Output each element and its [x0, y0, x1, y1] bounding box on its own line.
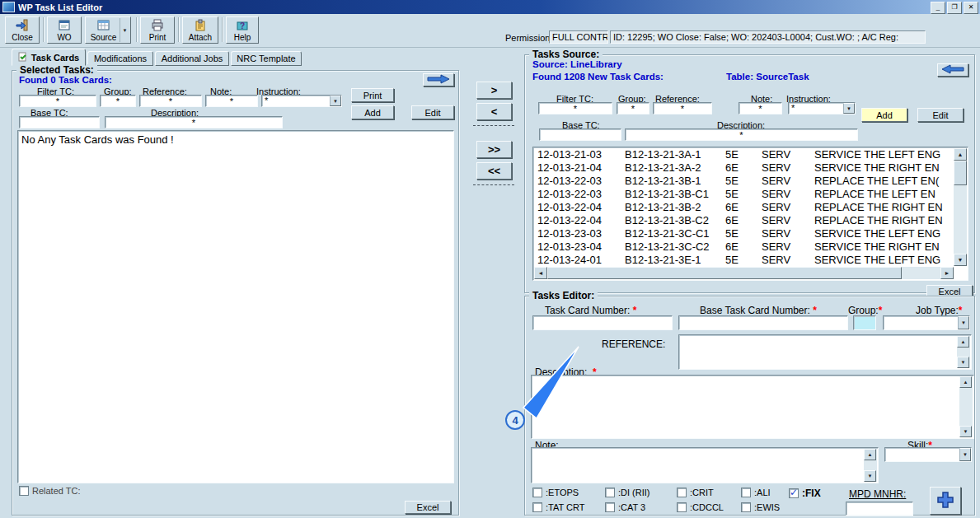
note-filter-input[interactable] [739, 102, 782, 114]
selected-found-count: Found 0 Task Cards: [19, 75, 112, 85]
scroll-up-icon[interactable]: ▲ [959, 376, 972, 388]
scroll-right-icon[interactable]: ► [940, 267, 954, 279]
ewis-checkbox[interactable] [741, 502, 751, 512]
move-all-right-button[interactable]: >> [476, 141, 512, 158]
scrollbar-thumb[interactable] [547, 267, 902, 279]
toolbar-separator [222, 17, 223, 42]
job-type-combo[interactable]: ▼ [883, 315, 970, 330]
source-task-row[interactable]: 12-013-22-04B12-13-21-3B-C26ESERVREPLACE… [534, 214, 950, 227]
scroll-down-icon[interactable]: ▼ [959, 426, 972, 437]
titlebar: WP Task List Editor _ ❐ ✕ [0, 0, 980, 14]
dropdown-arrow-icon[interactable]: ▼ [959, 448, 971, 461]
close-window-button[interactable]: ✕ [964, 2, 978, 14]
add-plus-button[interactable] [930, 487, 961, 515]
scrollbar[interactable]: ▲ ▼ [959, 376, 973, 437]
group-filter-input[interactable] [617, 102, 649, 114]
tab-additional-jobs[interactable]: Additional Jobs [155, 51, 229, 66]
filter-tc-input[interactable] [19, 95, 96, 107]
tab-modifications[interactable]: Modifications [87, 51, 153, 66]
scroll-down-icon[interactable]: ▼ [954, 254, 967, 266]
scroll-down-icon[interactable]: ▼ [957, 357, 969, 368]
source-task-row[interactable]: 12-013-23-04B12-13-21-3C-C26ESERVSERVICE… [534, 240, 950, 254]
tat-crt-checkbox[interactable] [532, 502, 542, 512]
edit-source-task-button[interactable]: Edit [917, 108, 964, 122]
group-input[interactable] [853, 315, 876, 330]
toolbar-print-button[interactable]: Print [140, 16, 175, 44]
source-task-row[interactable]: 12-013-22-04B12-13-21-3B-26ESERVREPLACE … [534, 201, 950, 214]
scrollbar[interactable]: ▲ ▼ [957, 336, 970, 368]
reference-filter-input[interactable] [653, 102, 712, 114]
base-tc-input[interactable] [539, 128, 621, 141]
tasks-source-panel: Tasks Source: Source: LineLibrary Found … [524, 54, 975, 293]
base-task-card-number-input[interactable] [678, 315, 848, 330]
add-task-button[interactable]: Add [351, 105, 394, 119]
scroll-up-icon[interactable]: ▲ [957, 336, 969, 348]
crit-checkbox-wrap: :CRIT [677, 488, 714, 497]
restore-button[interactable]: ❐ [947, 2, 962, 14]
crit-checkbox[interactable] [677, 488, 687, 497]
source-task-row[interactable]: 12-013-22-03B12-13-21-3B-15ESERVREPLACE … [534, 175, 950, 188]
toolbar-close-button[interactable]: Close [5, 16, 40, 44]
print-tasks-button[interactable]: Print [351, 88, 394, 102]
description-textarea[interactable]: ▲ ▼ [531, 375, 974, 439]
move-all-left-button[interactable]: << [476, 162, 512, 180]
reference-filter-input[interactable] [139, 95, 202, 107]
source-tasks-list[interactable]: 12-013-21-03B12-13-21-3A-15ESERVSERVICE … [532, 147, 968, 281]
reference-textarea[interactable]: ▲ ▼ [678, 334, 972, 370]
dropdown-arrow-icon[interactable]: ▼ [958, 316, 969, 329]
source-task-row[interactable]: 12-013-22-03B12-13-21-3B-C15ESERVREPLACE… [534, 188, 950, 201]
scrollbar[interactable]: ▲ ▼ [864, 449, 877, 482]
instruction-filter-combo[interactable]: * ▼ [261, 95, 342, 107]
scroll-down-icon[interactable]: ▼ [864, 470, 876, 482]
horizontal-scrollbar[interactable]: ◄ ► [534, 267, 954, 279]
cdccl-checkbox[interactable] [677, 502, 687, 512]
note-filter-input[interactable] [205, 95, 258, 107]
source-task-row[interactable]: 12-013-21-04B12-13-21-3A-26ESERVSERVICE … [534, 161, 950, 175]
edit-task-button[interactable]: Edit [411, 105, 454, 119]
description-filter-input[interactable] [105, 116, 283, 128]
source-task-row[interactable]: 12-013-24-01B12-13-21-3E-15ESERVSERVICE … [534, 254, 950, 267]
di-rii-checkbox[interactable] [605, 488, 615, 497]
group-filter-input[interactable] [100, 95, 136, 107]
arrow-left-button[interactable] [937, 63, 968, 77]
filter-tc-input[interactable] [538, 102, 612, 114]
excel-export-button[interactable]: Excel [405, 501, 451, 514]
instruction-filter-combo[interactable]: * ▼ [788, 102, 856, 114]
source-task-row[interactable]: 12-013-23-03B12-13-21-3C-C15ESERVSERVICE… [534, 227, 950, 240]
help-icon: ? [236, 19, 249, 33]
scroll-up-icon[interactable]: ▲ [954, 148, 967, 161]
tab-task-cards[interactable]: Task Cards [12, 49, 86, 66]
base-tc-input[interactable] [19, 116, 100, 128]
source-dropdown-arrow-icon[interactable]: ▼ [120, 18, 129, 42]
etops-checkbox[interactable] [532, 488, 542, 497]
tab-nrc-template[interactable]: NRC Template [231, 51, 302, 66]
scrollbar-thumb[interactable] [954, 161, 967, 185]
fix-checkbox[interactable] [789, 488, 799, 498]
toolbar-help-button[interactable]: ? Help [226, 16, 259, 44]
source-task-row[interactable]: 12-013-21-03B12-13-21-3A-15ESERVSERVICE … [534, 148, 950, 161]
arrow-right-button[interactable] [423, 73, 454, 86]
toolbar-wo-button[interactable]: WO [47, 16, 82, 44]
scroll-up-icon[interactable]: ▲ [864, 449, 876, 460]
move-left-button[interactable]: < [476, 103, 512, 120]
cat-3-checkbox[interactable] [605, 502, 615, 512]
empty-list-message: No Any Task Cards was Found ! [21, 133, 174, 146]
move-right-button[interactable]: > [476, 82, 512, 99]
selected-tasks-title: Selected Tasks: [16, 64, 97, 76]
minimize-button[interactable]: _ [931, 2, 945, 14]
vertical-scrollbar[interactable]: ▲ ▼ [954, 148, 967, 266]
toolbar-source-button[interactable]: Source ▼ [85, 16, 131, 44]
mpd-mnhr-input[interactable] [846, 502, 913, 516]
scroll-left-icon[interactable]: ◄ [534, 267, 547, 279]
note-textarea[interactable]: ▲ ▼ [531, 447, 879, 483]
ali-checkbox[interactable] [741, 488, 751, 497]
dropdown-arrow-icon[interactable]: ▼ [330, 96, 341, 106]
task-card-number-input[interactable] [532, 315, 673, 330]
description-filter-input[interactable] [625, 128, 858, 141]
related-tc-checkbox[interactable] [19, 486, 29, 496]
toolbar-attach-button[interactable]: Attach [182, 16, 218, 44]
add-source-task-button[interactable]: Add [861, 108, 907, 122]
selected-tasks-list[interactable]: No Any Task Cards was Found ! [17, 130, 454, 483]
dropdown-arrow-icon[interactable]: ▼ [843, 103, 855, 114]
skill-combo[interactable]: ▼ [884, 447, 972, 462]
